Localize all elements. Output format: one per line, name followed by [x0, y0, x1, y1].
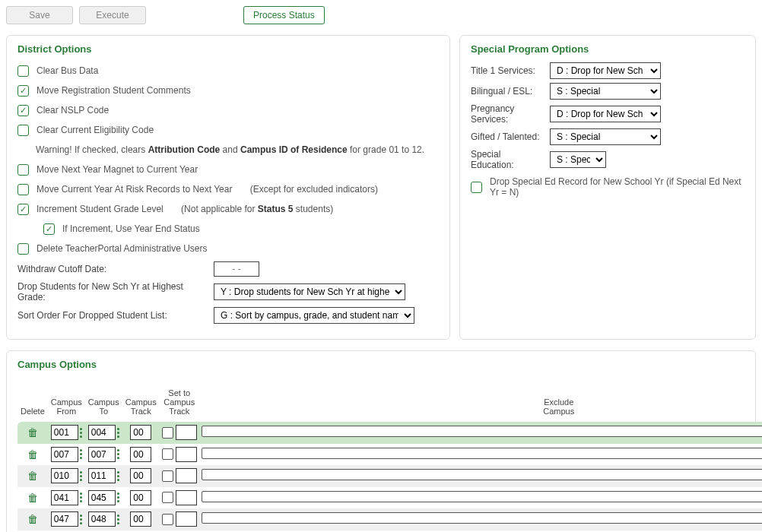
campus-from-input[interactable] — [51, 447, 78, 462]
execute-button[interactable]: Execute — [79, 6, 146, 24]
special-label-4: Special Education: — [471, 149, 542, 170]
special-label-3: Gifted / Talented: — [471, 131, 542, 142]
special-label-1: Bilingual / ESL: — [471, 86, 542, 97]
sort-order-select[interactable]: G : Sort by campus, grade, and student n… — [214, 307, 414, 324]
table-row: 🗑 — [17, 444, 762, 466]
special-select-2[interactable]: D : Drop for New Sch Yr — [550, 106, 661, 122]
table-row: 🗑 — [17, 508, 762, 530]
campus-from-input[interactable] — [51, 511, 78, 527]
campus-from-picker[interactable] — [80, 449, 82, 459]
district-checkbox-0[interactable] — [17, 65, 29, 77]
set-track-checkbox[interactable] — [162, 448, 173, 460]
district3-label-0: Delete TeacherPortal Administrative User… — [37, 243, 208, 254]
campus-track-input[interactable] — [130, 468, 151, 483]
campus-track-input[interactable] — [130, 490, 151, 505]
exclude-campus-checkbox[interactable] — [202, 426, 762, 437]
campus-from-picker[interactable] — [80, 515, 82, 524]
col-header-0: Delete — [17, 378, 48, 422]
special-select-0[interactable]: D : Drop for New Sch Yr — [550, 62, 661, 79]
district2-checkbox-1[interactable] — [17, 184, 29, 195]
set-track-checkbox[interactable] — [162, 427, 173, 439]
delete-icon[interactable]: 🗑 — [27, 448, 38, 461]
table-row: 🗑 — [17, 422, 762, 444]
eligibility-warning: Warning! If checked, clears Attribution … — [36, 144, 424, 155]
special-label-0: Title 1 Services: — [471, 65, 542, 76]
set-track-checkbox[interactable] — [162, 514, 173, 525]
campus-from-input[interactable] — [51, 425, 78, 440]
campus-from-picker[interactable] — [80, 492, 82, 502]
withdraw-cutoff-label: Withdraw Cutoff Date: — [17, 264, 206, 274]
special-label-2: Pregnancy Services: — [471, 103, 542, 125]
set-track-checkbox[interactable] — [162, 470, 173, 482]
campus-to-input[interactable] — [88, 490, 116, 505]
set-track-input[interactable] — [176, 511, 197, 527]
district-label-1: Move Registration Student Comments — [37, 85, 191, 96]
district3-checkbox-0[interactable] — [17, 243, 29, 255]
district-checkbox-3[interactable] — [17, 125, 29, 136]
col-header-4: Set toCampusTrack — [160, 378, 199, 422]
campus-track-input[interactable] — [130, 511, 151, 527]
campus-to-input[interactable] — [88, 447, 116, 462]
special-legend: Special Program Options — [471, 43, 745, 55]
set-track-input[interactable] — [176, 447, 197, 462]
special-program-panel: Special Program Options Title 1 Services… — [459, 35, 756, 340]
delete-icon[interactable]: 🗑 — [27, 513, 38, 525]
district-label-0: Clear Bus Data — [37, 65, 98, 76]
campus-table: DeleteCampusFromCampusToCampusTrackSet t… — [17, 378, 762, 532]
col-header-5: ExcludeCampus — [199, 378, 762, 422]
col-header-3: CampusTrack — [122, 378, 160, 422]
district-checkbox-1[interactable] — [17, 85, 29, 97]
campus-from-picker[interactable] — [80, 428, 82, 438]
district2-label-1: Move Current Year At Risk Records to Nex… — [37, 184, 232, 195]
campus-from-picker[interactable] — [80, 471, 82, 481]
campus-to-picker[interactable] — [117, 449, 119, 459]
exclude-campus-checkbox[interactable] — [202, 512, 762, 524]
table-row: 🗑 — [17, 487, 762, 509]
campus-track-input[interactable] — [130, 425, 151, 440]
district2-label-2: Increment Student Grade Level — [37, 204, 164, 214]
campus-from-input[interactable] — [51, 468, 78, 483]
campus-to-input[interactable] — [88, 468, 116, 483]
campus-track-input[interactable] — [130, 447, 151, 462]
campus-to-input[interactable] — [88, 425, 116, 440]
exclude-campus-checkbox[interactable] — [202, 448, 762, 459]
set-track-input[interactable] — [176, 425, 197, 440]
district2-label-0: Move Next Year Magnet to Current Year — [37, 164, 198, 175]
campus-legend: Campus Options — [17, 359, 745, 370]
set-track-input[interactable] — [176, 468, 197, 483]
campus-to-picker[interactable] — [117, 515, 119, 524]
district-checkbox-2[interactable] — [17, 105, 29, 116]
drop-highest-grade-select[interactable]: Y : Drop students for New Sch Yr at high… — [214, 283, 405, 300]
campus-to-picker[interactable] — [117, 492, 119, 502]
delete-icon[interactable]: 🗑 — [27, 492, 38, 504]
campus-to-picker[interactable] — [117, 471, 119, 481]
special-select-1[interactable]: S : Special — [550, 83, 661, 100]
district2-checkbox-0[interactable] — [17, 164, 29, 176]
campus-to-input[interactable] — [88, 511, 116, 527]
district-options-panel: District Options Clear Bus DataMove Regi… — [6, 35, 450, 340]
campus-from-input[interactable] — [51, 490, 78, 505]
exclude-campus-checkbox[interactable] — [202, 469, 762, 480]
increment-year-end-status-label: If Increment, Use Year End Status — [62, 223, 200, 234]
drop-special-ed-label: Drop Special Ed Record for New School Yr… — [490, 176, 745, 198]
drop-special-ed-checkbox[interactable] — [471, 182, 482, 193]
campus-options-panel: Campus Options DeleteCampusFromCampusToC… — [6, 350, 756, 532]
increment-year-end-status-checkbox[interactable] — [43, 223, 55, 235]
col-header-2: CampusTo — [85, 378, 122, 422]
exclude-campus-checkbox[interactable] — [202, 491, 762, 502]
special-select-3[interactable]: S : Special — [550, 128, 661, 145]
drop-highest-grade-label: Drop Students for New Sch Yr at Highest … — [17, 281, 206, 302]
delete-icon[interactable]: 🗑 — [27, 426, 38, 439]
withdraw-cutoff-input[interactable] — [214, 261, 259, 277]
set-track-input[interactable] — [176, 490, 197, 505]
process-status-button[interactable]: Process Status — [243, 6, 325, 24]
district-legend: District Options — [17, 43, 439, 55]
delete-icon[interactable]: 🗑 — [27, 470, 38, 482]
save-button[interactable]: Save — [6, 6, 73, 24]
district2-checkbox-2[interactable] — [17, 204, 29, 215]
special-select-4[interactable]: S : Special — [550, 151, 606, 168]
set-track-checkbox[interactable] — [162, 492, 173, 503]
table-row: 🗑 — [17, 465, 762, 487]
sort-order-label: Sort Order For Dropped Student List: — [17, 310, 206, 321]
campus-to-picker[interactable] — [117, 428, 119, 438]
